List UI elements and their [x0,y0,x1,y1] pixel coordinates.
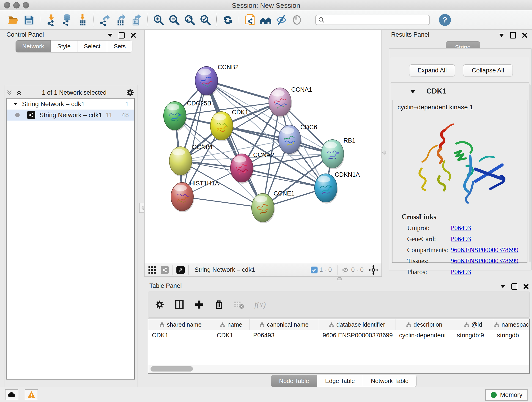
tab-network-table[interactable]: Network Table [363,375,417,387]
tab-edge-table[interactable]: Edge Table [317,375,363,387]
network-node[interactable]: CCNB1 [169,144,213,177]
column-header-name[interactable]: name [213,319,249,330]
panel-menu-icon[interactable] [499,34,504,37]
import-table-icon[interactable] [76,13,89,26]
column-header-namespac[interactable]: namespac [493,319,530,330]
network-canvas[interactable]: CCNB2 CCNA1 CDC25B CDK1 CDC6 RB1 CCNB1 C… [144,30,382,263]
collapse-all-icon[interactable] [6,89,13,96]
tree-expander-icon[interactable] [13,103,17,105]
network-view-icon[interactable] [161,266,169,274]
tab-sets[interactable]: Sets [107,40,132,52]
results-scrollbar[interactable] [529,84,531,262]
column-header-shared-name[interactable]: shared name [148,319,213,330]
gear-icon[interactable] [126,89,134,97]
panel-close-icon[interactable] [523,284,529,289]
crosslink-link[interactable]: P06493 [451,235,471,243]
column-header--id[interactable]: @id [453,319,493,330]
table-cell[interactable]: stringdb [493,330,530,340]
expand-all-button[interactable]: Expand All [409,64,455,76]
tab-node-table[interactable]: Node Table [271,375,317,387]
crosslink-link[interactable]: 9606.ENSP00000378699 [451,257,519,265]
crosslink-link[interactable]: P06493 [451,224,471,232]
warning-button[interactable] [25,389,38,400]
export-image-icon[interactable] [130,13,143,26]
cloud-button[interactable] [5,389,18,400]
table-cell[interactable]: cyclin-dependent ... [395,330,453,340]
panel-float-icon[interactable] [510,32,516,38]
network-collection-row[interactable]: String Network – cdk1 1 [7,99,134,109]
zoom-out-icon[interactable] [168,13,181,26]
grid-view-icon[interactable] [148,266,157,274]
refresh-icon[interactable] [221,13,234,26]
selected-checkbox-icon[interactable] [311,267,317,274]
first-neighbors-icon[interactable] [259,13,272,26]
select-columns-icon[interactable] [175,300,184,309]
node-label: CCNE1 [273,190,295,197]
zoom-fit-icon[interactable] [183,13,196,26]
network-node[interactable]: CCNE1 [252,190,295,223]
table-cell[interactable]: CDK1 [148,330,213,340]
zoom-in-icon[interactable] [152,13,165,26]
column-type-icon [464,322,469,327]
import-database-icon[interactable] [60,13,73,26]
new-network-from-selection-icon[interactable] [244,13,257,26]
export-network-icon[interactable] [99,13,111,26]
network-node[interactable]: CDC25B [164,100,211,131]
pan-crosshair-icon[interactable] [369,265,378,275]
hidden-eye-icon [341,266,349,274]
table-row[interactable]: CDK1CDK1P064939606.ENSP00000378699cyclin… [148,330,529,340]
column-label: database identifier [336,321,385,328]
save-session-icon[interactable] [22,13,35,26]
export-table-icon[interactable] [114,13,127,26]
column-header-database-identifier[interactable]: database identifier [319,319,395,330]
network-node[interactable]: CDC6 [278,124,317,155]
network-node[interactable]: CCNB2 [195,64,239,96]
panel-close-icon[interactable] [522,32,527,38]
crosslink-link[interactable]: 9606.ENSP00000378699 [451,246,519,254]
table-cell[interactable]: CDK1 [213,330,249,340]
gene-expander-icon[interactable] [410,90,415,93]
table-hscrollbar[interactable] [148,365,529,373]
crosslink-link[interactable]: P06493 [451,268,471,276]
import-network-icon[interactable] [45,13,58,26]
memory-button[interactable]: Memory [485,389,528,401]
bottom-splitter-handle[interactable] [335,277,344,281]
table-cell[interactable]: 9606.ENSP00000378699 [319,330,395,340]
expand-all-icon[interactable] [16,89,22,96]
tab-select[interactable]: Select [77,40,107,52]
network-node[interactable]: RB1 [321,137,355,169]
zoom-selected-icon[interactable] [199,13,212,26]
panel-float-icon[interactable] [119,32,125,38]
search-input[interactable] [325,16,427,24]
network-node[interactable]: HIST1H1A [171,180,219,212]
column-header-description[interactable]: description [395,319,453,330]
scrollbar-thumb[interactable] [151,366,193,371]
collapse-all-button[interactable]: Collapse All [463,64,513,76]
open-session-icon[interactable] [7,13,20,26]
network-edge[interactable] [182,81,206,197]
tab-style[interactable]: Style [51,40,77,52]
network-node[interactable]: CDKN1A [315,171,360,204]
panel-close-icon[interactable] [131,32,136,38]
panel-menu-icon[interactable] [108,34,113,37]
add-column-icon[interactable] [194,300,204,309]
column-header-canonical-name[interactable]: canonical name [249,319,319,330]
network-node[interactable]: CDK1 [210,109,248,141]
delete-column-icon[interactable] [214,300,224,309]
table-cell[interactable]: P06493 [249,330,319,340]
window-title: Session: New Session [0,2,532,9]
network-row[interactable]: String Network – cdk1 11 48 [7,109,134,121]
tab-network[interactable]: Network [16,40,51,52]
hide-selection-icon[interactable] [275,13,288,26]
panel-menu-icon[interactable] [500,285,505,288]
toolbar-separator [239,13,239,27]
column-type-icon [260,322,265,327]
network-edge[interactable] [206,81,263,208]
table-settings-gear-icon[interactable] [155,300,165,309]
network-edge[interactable] [182,197,263,208]
show-all-icon[interactable] [291,13,303,26]
help-icon[interactable]: ? [439,14,451,26]
table-cell[interactable]: stringdb:9... [453,330,493,340]
birdseye-view-icon[interactable] [177,266,185,274]
panel-float-icon[interactable] [511,283,517,290]
